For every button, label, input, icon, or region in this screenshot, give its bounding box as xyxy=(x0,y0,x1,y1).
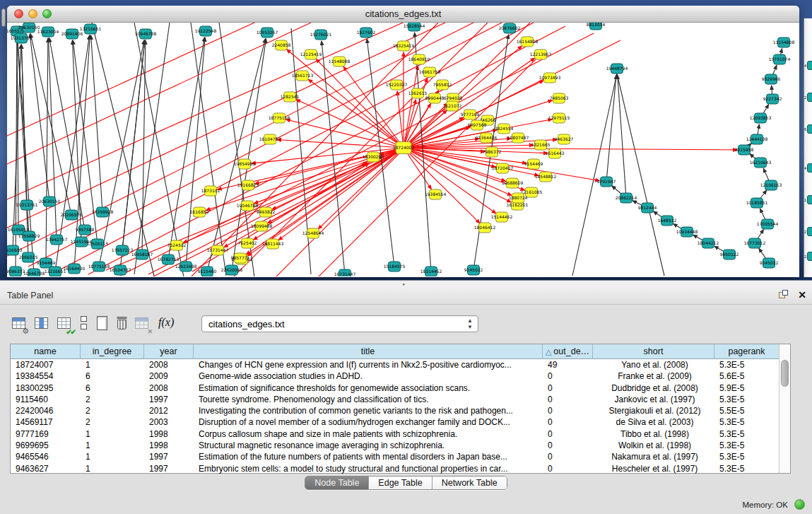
table-cell[interactable]: 1998 xyxy=(144,440,194,451)
table-cell[interactable]: 2008 xyxy=(144,359,194,370)
table-cell[interactable]: Embryonic stem cells: a model to study s… xyxy=(194,463,543,474)
table-cell[interactable]: Franke et al. (2009) xyxy=(593,370,714,382)
table-cell[interactable]: 2009 xyxy=(144,370,194,382)
table-cell[interactable]: Structural magnetic resonance image aver… xyxy=(194,440,543,451)
table-cell[interactable]: 0 xyxy=(543,416,593,428)
table-cell[interactable]: de Silva et al. (2003) xyxy=(593,416,714,428)
table-cell[interactable]: 1 xyxy=(81,428,144,440)
table-cell[interactable]: Investigating the contribution of common… xyxy=(194,405,543,416)
table-cell[interactable]: 2 xyxy=(81,405,144,416)
table-cell[interactable]: 1997 xyxy=(144,394,194,405)
tab-edge-table[interactable]: Edge Table xyxy=(369,477,432,489)
table-cell[interactable]: Nakamura et al. (1997) xyxy=(593,451,714,462)
table-cell[interactable]: Corpus callosum shape and size in male p… xyxy=(194,428,543,440)
table-cell[interactable]: 1997 xyxy=(144,463,194,474)
table-row[interactable]: 1938455462009Genome-wide association stu… xyxy=(11,370,790,382)
table-row[interactable]: 1456911722003Disruption of a novel membe… xyxy=(11,416,790,428)
background-network-window[interactable]: 9315954922734212106161700554167730192450… xyxy=(804,18,812,277)
table-settings-button[interactable]: ⚙ xyxy=(10,315,28,333)
panel-divider[interactable]: ▸ xyxy=(0,280,812,286)
apply-function-button[interactable]: f(x) xyxy=(157,315,175,333)
table-cell[interactable]: 0 xyxy=(543,382,593,394)
window-titlebar[interactable]: citations_edges.txt xyxy=(7,6,799,23)
column-header-pagerank[interactable]: pagerank xyxy=(714,344,779,358)
table-cell[interactable]: 0 xyxy=(543,394,593,405)
table-cell[interactable]: Stergiakouli et al. (2012) xyxy=(593,405,714,416)
column-cells-button[interactable] xyxy=(75,315,93,333)
table-cell[interactable]: 6 xyxy=(81,382,144,394)
table-cell[interactable]: Estimation of significance thresholds fo… xyxy=(194,382,543,394)
table-cell[interactable]: 5.5E-5 xyxy=(714,405,779,416)
table-cell[interactable]: Yano et al. (2008) xyxy=(593,359,714,370)
table-cell[interactable]: 5.3E-5 xyxy=(714,463,779,474)
column-header-title[interactable]: title xyxy=(194,344,543,358)
network-table-selector[interactable]: citations_edges.txt ▲▼ xyxy=(201,315,478,332)
import-table-button[interactable]: ✔✔ xyxy=(55,315,73,333)
new-table-button[interactable] xyxy=(93,315,112,333)
scrollbar-thumb[interactable] xyxy=(781,360,789,387)
table-row[interactable]: 946554611997Estimation of the future num… xyxy=(11,451,790,462)
table-cell[interactable]: 0 xyxy=(543,405,593,416)
table-cell[interactable]: 5.6E-5 xyxy=(714,370,779,382)
column-header-name[interactable]: name xyxy=(11,344,81,358)
table-cell[interactable]: 1 xyxy=(81,451,144,462)
tab-node-table[interactable]: Node Table xyxy=(305,477,369,489)
table-cell[interactable]: 1 xyxy=(81,463,144,474)
table-cell[interactable]: 0 xyxy=(543,428,593,440)
select-columns-button[interactable] xyxy=(33,315,51,333)
table-cell[interactable]: Changes of HCN gene expression and I(f) … xyxy=(194,359,543,370)
table-cell[interactable]: 2008 xyxy=(144,382,194,394)
column-header-in_degree[interactable]: in_degree xyxy=(81,344,144,358)
table-cell[interactable]: 9115460 xyxy=(11,394,81,405)
table-row[interactable]: 911546021997Tourette syndrome. Phenomeno… xyxy=(11,394,790,405)
table-cell[interactable]: 5.3E-5 xyxy=(714,440,779,451)
column-header-out_de[interactable]: △out_de… xyxy=(543,344,593,358)
table-cell[interactable]: 49 xyxy=(543,359,593,370)
table-cell[interactable]: Hescheler et al. (1997) xyxy=(593,463,714,474)
table-cell[interactable]: 5.3E-5 xyxy=(714,359,779,370)
table-cell[interactable]: Tibbo et al. (1998) xyxy=(593,428,714,440)
table-cell[interactable]: 5.3E-5 xyxy=(714,428,779,440)
tab-network-table[interactable]: Network Table xyxy=(433,477,507,489)
table-cell[interactable]: 1 xyxy=(81,440,144,451)
delete-table-button[interactable]: ✕ xyxy=(133,315,151,333)
table-row[interactable]: 2242004622012Investigating the contribut… xyxy=(11,405,790,416)
table-cell[interactable]: 5.3E-5 xyxy=(714,394,779,405)
table-cell[interactable]: 9465546 xyxy=(11,451,81,462)
table-row[interactable]: 977716911998Corpus callosum shape and si… xyxy=(11,428,790,440)
table-cell[interactable]: 1997 xyxy=(144,451,194,462)
table-cell[interactable]: 1 xyxy=(81,359,144,370)
table-cell[interactable]: 9463627 xyxy=(11,463,81,474)
table-scrollbar[interactable] xyxy=(779,344,790,473)
delete-column-button[interactable] xyxy=(113,315,131,333)
table-cell[interactable]: Tourette syndrome. Phenomenology and cla… xyxy=(194,394,543,405)
table-cell[interactable]: 0 xyxy=(543,463,593,474)
table-cell[interactable]: 6 xyxy=(81,370,144,382)
table-cell[interactable]: 0 xyxy=(543,440,593,451)
table-cell[interactable]: 9777169 xyxy=(11,428,81,440)
table-cell[interactable]: 0 xyxy=(543,370,593,382)
divider-handle-icon[interactable]: ▸ xyxy=(403,281,410,286)
table-cell[interactable]: 14569117 xyxy=(11,416,81,428)
table-cell[interactable]: 2003 xyxy=(144,416,194,428)
network-canvas[interactable]: 1872400716055781206301501931376111623004… xyxy=(7,23,799,276)
table-cell[interactable]: Wolkin et al. (1998) xyxy=(593,440,714,451)
table-cell[interactable]: 19384554 xyxy=(11,370,81,382)
table-cell[interactable]: Jankovic et al. (1997) xyxy=(593,394,714,405)
table-cell[interactable]: 9699695 xyxy=(11,440,81,451)
column-header-short[interactable]: short xyxy=(593,344,714,358)
table-cell[interactable]: 2012 xyxy=(144,405,194,416)
table-cell[interactable]: 18724007 xyxy=(11,359,81,370)
table-cell[interactable]: 2 xyxy=(81,394,144,405)
table-cell[interactable]: 18300295 xyxy=(11,382,81,394)
table-row[interactable]: 1830029562008Estimation of significance … xyxy=(11,382,790,394)
table-cell[interactable]: Dudbridge et al. (2008) xyxy=(593,382,714,394)
table-cell[interactable]: 1998 xyxy=(144,428,194,440)
table-cell[interactable]: 5.3E-5 xyxy=(714,451,779,462)
table-cell[interactable]: Genome-wide association studies in ADHD. xyxy=(194,370,543,382)
table-cell[interactable]: Disruption of a novel member of a sodium… xyxy=(194,416,543,428)
table-row[interactable]: 969969511998Structural magnetic resonanc… xyxy=(11,440,790,451)
table-row[interactable]: 946362711997Embryonic stem cells: a mode… xyxy=(11,463,790,474)
table-cell[interactable]: 22420046 xyxy=(11,405,81,416)
float-panel-icon[interactable] xyxy=(779,290,789,300)
